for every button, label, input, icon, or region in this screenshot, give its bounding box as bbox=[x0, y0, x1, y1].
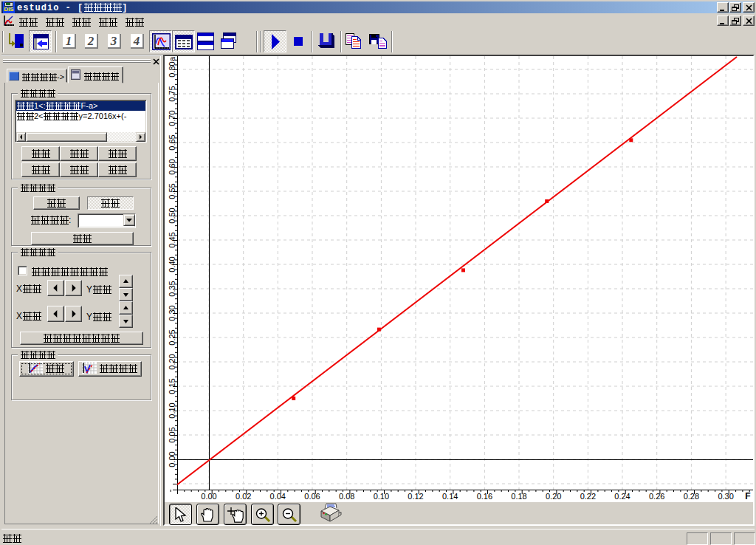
svg-text:0.45: 0.45 bbox=[168, 232, 176, 247]
svg-text:0.12: 0.12 bbox=[408, 492, 423, 501]
svg-text:0.80: 0.80 bbox=[168, 61, 176, 77]
svg-text:a: a bbox=[168, 56, 176, 61]
svg-text:0.04: 0.04 bbox=[270, 492, 286, 501]
svg-text:0.22: 0.22 bbox=[580, 492, 596, 501]
svg-text:0.10: 0.10 bbox=[374, 492, 389, 501]
svg-text:0.24: 0.24 bbox=[614, 492, 630, 501]
svg-text:0.00: 0.00 bbox=[201, 492, 216, 501]
svg-text:0.50: 0.50 bbox=[168, 208, 176, 223]
svg-text:0.40: 0.40 bbox=[168, 256, 176, 272]
svg-text:0.02: 0.02 bbox=[236, 492, 251, 501]
svg-text:0.65: 0.65 bbox=[168, 134, 176, 150]
svg-text:0.16: 0.16 bbox=[477, 492, 492, 501]
svg-text:0.00: 0.00 bbox=[168, 451, 176, 467]
svg-text:F: F bbox=[745, 491, 750, 501]
svg-text:0.06: 0.06 bbox=[304, 492, 320, 501]
svg-text:0.75: 0.75 bbox=[168, 86, 176, 101]
svg-text:0.14: 0.14 bbox=[442, 492, 458, 501]
svg-text:0.60: 0.60 bbox=[168, 159, 176, 174]
svg-text:0.70: 0.70 bbox=[168, 110, 176, 126]
svg-text:0.35: 0.35 bbox=[168, 281, 176, 296]
svg-text:0.30: 0.30 bbox=[718, 492, 733, 501]
svg-text:0.18: 0.18 bbox=[511, 492, 526, 501]
svg-text:0.55: 0.55 bbox=[168, 183, 176, 199]
svg-text:0.20: 0.20 bbox=[546, 492, 561, 501]
svg-text:0.20: 0.20 bbox=[168, 354, 176, 369]
svg-text:0.30: 0.30 bbox=[168, 305, 176, 321]
svg-text:0.26: 0.26 bbox=[649, 492, 664, 501]
svg-text:0.10: 0.10 bbox=[168, 402, 176, 418]
svg-text:0.28: 0.28 bbox=[684, 492, 699, 501]
svg-text:0.08: 0.08 bbox=[339, 492, 354, 501]
svg-text:0.05: 0.05 bbox=[168, 427, 176, 442]
svg-text:0.15: 0.15 bbox=[168, 378, 176, 394]
svg-text:0.25: 0.25 bbox=[168, 329, 176, 345]
